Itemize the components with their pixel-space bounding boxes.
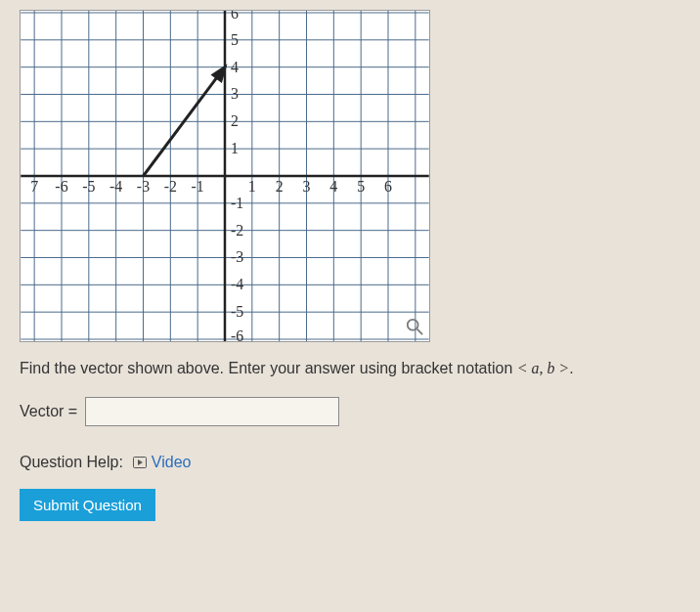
svg-text:2: 2 (276, 178, 284, 195)
svg-marker-58 (138, 459, 143, 465)
svg-line-56 (417, 329, 422, 334)
svg-text:1: 1 (248, 178, 256, 195)
help-label: Question Help: (20, 454, 123, 471)
svg-text:-4: -4 (231, 276, 243, 292)
svg-text:5: 5 (357, 178, 365, 195)
svg-text:4: 4 (231, 59, 239, 75)
svg-text:-4: -4 (109, 178, 122, 195)
svg-text:2: 2 (231, 112, 239, 129)
svg-text:5: 5 (231, 31, 239, 48)
svg-text:-2: -2 (164, 178, 177, 195)
svg-text:-5: -5 (231, 303, 243, 320)
vector-input[interactable] (85, 397, 339, 426)
svg-text:3: 3 (231, 85, 239, 102)
svg-text:4: 4 (329, 178, 337, 195)
svg-text:-6: -6 (55, 178, 67, 195)
svg-text:-2: -2 (231, 222, 243, 239)
svg-point-55 (408, 320, 418, 330)
svg-text:6: 6 (231, 11, 239, 22)
play-icon (133, 457, 147, 468)
vector-graph: 7 -6 -5 -4 -3 -2 -1 1 2 3 4 5 6 6 5 4 3 … (20, 10, 430, 342)
svg-text:1: 1 (231, 140, 239, 156)
svg-text:3: 3 (303, 178, 311, 195)
svg-text:6: 6 (384, 178, 392, 195)
svg-text:-1: -1 (192, 178, 204, 195)
prompt-pre: Find the vector shown above. Enter your … (20, 360, 517, 376)
svg-text:-3: -3 (231, 248, 243, 265)
svg-line-53 (143, 72, 221, 176)
svg-text:-1: -1 (231, 195, 243, 211)
help-row: Question Help: Video (20, 454, 680, 471)
answer-row: Vector = (20, 397, 680, 426)
magnify-icon[interactable] (406, 318, 423, 335)
svg-text:7: 7 (30, 178, 38, 195)
svg-text:-6: -6 (231, 328, 243, 341)
video-link-text: Video (152, 454, 192, 471)
question-prompt: Find the vector shown above. Enter your … (20, 360, 680, 377)
video-link[interactable]: Video (133, 454, 192, 471)
svg-text:-3: -3 (137, 178, 150, 195)
graph-svg: 7 -6 -5 -4 -3 -2 -1 1 2 3 4 5 6 6 5 4 3 … (21, 11, 429, 341)
vector-label: Vector = (20, 403, 77, 420)
submit-button[interactable]: Submit Question (20, 489, 155, 521)
prompt-math: < a, b > (517, 360, 570, 376)
svg-text:-5: -5 (82, 178, 95, 195)
prompt-post: . (569, 360, 573, 376)
